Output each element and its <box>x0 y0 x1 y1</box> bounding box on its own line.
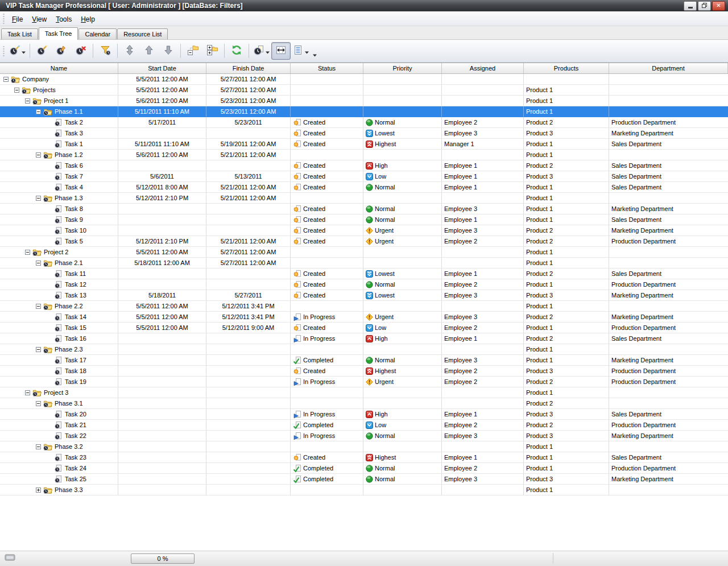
expand-minus-icon[interactable] <box>25 98 30 104</box>
move-up-button[interactable] <box>139 42 159 60</box>
cell-start-date[interactable] <box>118 214 206 225</box>
cell-priority[interactable]: Urgent <box>363 377 442 387</box>
cell-start-date[interactable] <box>118 398 206 409</box>
cell-status[interactable]: Created <box>291 171 363 182</box>
cell-start-date[interactable]: 5/12/2011 2:10 PM <box>118 236 206 247</box>
cell-assigned[interactable] <box>442 485 524 495</box>
expand-minus-icon[interactable] <box>36 196 41 201</box>
cell-name[interactable]: Task 12 <box>0 279 118 290</box>
task-wizard-button[interactable] <box>7 42 27 60</box>
cell-products[interactable]: Product 3 <box>524 171 609 182</box>
cell-finish-date[interactable] <box>206 420 291 431</box>
cell-department[interactable]: Production Department <box>609 463 728 474</box>
cell-finish-date[interactable] <box>206 204 291 214</box>
cell-start-date[interactable] <box>118 441 206 452</box>
cell-status[interactable]: Created <box>291 452 363 463</box>
cell-assigned[interactable]: Employee 2 <box>442 377 524 387</box>
table-row-phase-2-2[interactable]: Phase 2.25/5/2011 12:00 AM5/12/2011 3:41… <box>0 301 728 312</box>
cell-department[interactable]: Sales Department <box>609 139 728 150</box>
column-header-priority[interactable]: Priority <box>363 63 442 73</box>
cell-priority[interactable]: Urgent <box>363 236 442 247</box>
table-row-project-1[interactable]: Project 15/6/2011 12:00 AM5/23/2011 12:0… <box>0 96 728 106</box>
cell-priority[interactable]: Normal <box>363 355 442 366</box>
cell-priority[interactable]: Normal <box>363 204 442 214</box>
table-row-task-21[interactable]: Task 21CompletedLowEmployee 2Product 2Pr… <box>0 420 728 431</box>
cell-name[interactable]: Task 19 <box>0 377 118 387</box>
cell-finish-date[interactable]: 5/23/2011 <box>206 117 291 128</box>
cell-priority[interactable] <box>363 441 442 452</box>
cell-finish-date[interactable]: 5/27/2011 12:00 AM <box>206 247 291 258</box>
table-row-task-24[interactable]: Task 24CompletedNormalEmployee 2Product … <box>0 463 728 474</box>
cell-finish-date[interactable] <box>206 128 291 139</box>
cell-name[interactable]: Phase 1.2 <box>0 150 118 160</box>
expand-minus-icon[interactable] <box>36 347 41 352</box>
cell-status[interactable] <box>291 398 363 409</box>
cell-department[interactable] <box>609 441 728 452</box>
cell-start-date[interactable]: 5/5/2011 12:00 AM <box>118 312 206 323</box>
table-row-task-13[interactable]: Task 135/18/20115/27/2011CreatedLowestEm… <box>0 290 728 301</box>
cell-assigned[interactable] <box>442 193 524 204</box>
expand-plus-icon[interactable] <box>36 487 41 493</box>
cell-department[interactable]: Sales Department <box>609 160 728 171</box>
cell-priority[interactable]: Normal <box>363 214 442 225</box>
cell-products[interactable]: Product 1 <box>524 323 609 333</box>
fit-columns-button[interactable] <box>271 42 291 60</box>
cell-assigned[interactable]: Employee 3 <box>442 128 524 139</box>
cell-products[interactable]: Product 1 <box>524 85 609 96</box>
cell-priority[interactable]: Low <box>363 323 442 333</box>
cell-products[interactable]: Product 3 <box>524 290 609 301</box>
cell-department[interactable] <box>609 344 728 355</box>
cell-start-date[interactable]: 5/6/2011 <box>118 171 206 182</box>
cell-assigned[interactable] <box>442 301 524 312</box>
cell-department[interactable] <box>609 85 728 96</box>
cell-start-date[interactable]: 5/11/2011 11:10 AM <box>118 139 206 150</box>
table-row-phase-2-1[interactable]: Phase 2.15/18/2011 12:00 AM5/27/2011 12:… <box>0 258 728 268</box>
cell-name[interactable]: Task 15 <box>0 323 118 333</box>
cell-finish-date[interactable]: 5/21/2011 12:00 AM <box>206 182 291 193</box>
cell-start-date[interactable]: 5/11/2011 11:10 AM <box>118 106 206 117</box>
cell-priority[interactable] <box>363 74 442 85</box>
table-row-task-8[interactable]: Task 8CreatedNormalEmployee 3Product 1Ma… <box>0 204 728 214</box>
cell-status[interactable]: Created <box>291 160 363 171</box>
cell-status[interactable]: Created <box>291 214 363 225</box>
cell-status[interactable]: Created <box>291 236 363 247</box>
table-row-task-1[interactable]: Task 15/11/2011 11:10 AM5/19/2011 12:00 … <box>0 139 728 150</box>
cell-status[interactable]: In Progress <box>291 333 363 344</box>
cell-start-date[interactable] <box>118 420 206 431</box>
cell-priority[interactable] <box>363 193 442 204</box>
table-row-task-5[interactable]: Task 55/12/2011 2:10 PM5/21/2011 12:00 A… <box>0 236 728 247</box>
cell-start-date[interactable] <box>118 463 206 474</box>
cell-name[interactable]: Phase 1.3 <box>0 193 118 204</box>
cell-finish-date[interactable] <box>206 485 291 495</box>
table-row-task-17[interactable]: Task 17CompletedNormalEmployee 3Product … <box>0 355 728 366</box>
cell-department[interactable]: Marketing Department <box>609 431 728 441</box>
cell-assigned[interactable] <box>442 387 524 398</box>
cell-start-date[interactable] <box>118 377 206 387</box>
cell-status[interactable] <box>291 96 363 106</box>
cell-start-date[interactable] <box>118 333 206 344</box>
cell-priority[interactable]: High <box>363 160 442 171</box>
cell-finish-date[interactable] <box>206 387 291 398</box>
cell-assigned[interactable]: Employee 3 <box>442 312 524 323</box>
cell-name[interactable]: Company <box>0 74 118 85</box>
cell-name[interactable]: Task 22 <box>0 431 118 441</box>
cell-priority[interactable]: Normal <box>363 474 442 485</box>
table-row-phase-3-3[interactable]: Phase 3.3Product 1 <box>0 485 728 495</box>
cell-products[interactable]: Product 1 <box>524 193 609 204</box>
cell-status[interactable]: Completed <box>291 355 363 366</box>
expand-minus-icon[interactable] <box>36 304 41 309</box>
cell-department[interactable]: Production Department <box>609 236 728 247</box>
cell-name[interactable]: Task 7 <box>0 171 118 182</box>
cell-department[interactable]: Sales Department <box>609 214 728 225</box>
cell-status[interactable]: Completed <box>291 420 363 431</box>
cell-products[interactable]: Product 3 <box>524 366 609 377</box>
toolbar-overflow-button[interactable] <box>313 49 317 59</box>
cell-status[interactable] <box>291 301 363 312</box>
cell-finish-date[interactable]: 5/27/2011 <box>206 290 291 301</box>
cell-start-date[interactable] <box>118 225 206 236</box>
tab-resource-list[interactable]: Resource List <box>117 28 168 39</box>
cell-status[interactable]: In Progress <box>291 312 363 323</box>
cell-name[interactable]: Phase 2.2 <box>0 301 118 312</box>
cell-status[interactable]: Created <box>291 323 363 333</box>
cell-status[interactable]: Created <box>291 268 363 279</box>
